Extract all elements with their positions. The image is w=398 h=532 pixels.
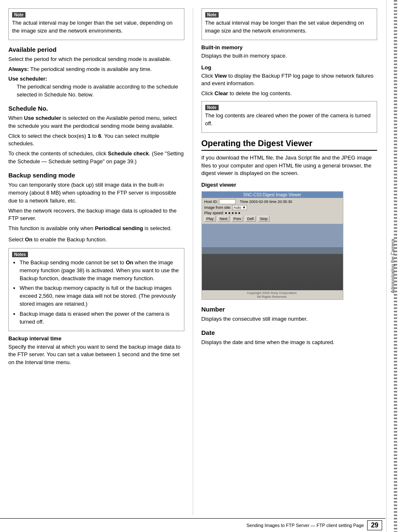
notes-label: Notes xyxy=(12,252,28,257)
note-box-right-1: Note The actual interval may be longer t… xyxy=(202,8,378,40)
operating-digest-heading: Operating the Digest Viewer xyxy=(202,139,378,151)
backup-sending-heading: Backup sending mode xyxy=(8,172,184,179)
schedule-para2: Click to select the check box(es) 1 to 6… xyxy=(8,132,184,148)
number-text: Displays the consecutive still image num… xyxy=(202,315,378,323)
note-text-1: The actual interval may be longer than t… xyxy=(12,19,181,35)
notes-list: The Backup sending mode cannot be set to… xyxy=(12,259,181,326)
schedule-para3: To check the contents of schedules, clic… xyxy=(8,150,184,166)
sidebar-tab: Administrating the Camera xyxy=(386,0,398,532)
note-item-3: Backup image data is erased when the pow… xyxy=(20,310,181,326)
operating-digest-intro: If you download the HTML file, the Java … xyxy=(202,154,378,178)
dv-time-label: Time 2003-02-05 time 20:35:30 xyxy=(240,200,292,204)
digest-viewer-heading: Digest viewer xyxy=(202,182,378,188)
note-label-1: Note xyxy=(12,12,25,18)
footer-bar: Sending Images to FTP Server — FTP clien… xyxy=(0,518,385,532)
schedule-bold: Use scheduler xyxy=(24,115,61,121)
date-heading: Date xyxy=(202,329,378,336)
street-scene xyxy=(202,224,343,290)
footer-page-num: 29 xyxy=(367,520,382,530)
dv-image-label: Image from site: xyxy=(204,205,232,210)
always-label: Always: xyxy=(8,66,29,72)
note-label-right-2: Note xyxy=(205,105,219,110)
log-para1: Click View to display the Backup FTP log… xyxy=(202,72,378,88)
scheduler-para: Use scheduler: The periodical sending mo… xyxy=(8,75,184,99)
log-para2: Click Clear to delete the log contents. xyxy=(202,90,378,98)
number-heading: Number xyxy=(202,306,378,313)
dv-speed-label: Play speed: xyxy=(204,211,224,215)
backup-para1: You can temporarily store (back up) stil… xyxy=(8,181,184,205)
always-para: Always: The periodical sending mode is a… xyxy=(8,66,184,73)
dv-controls: Host ID: Time 2003-02-05 time 20:35:30 I… xyxy=(202,198,343,224)
backup-para4: Select On to enable the Backup function. xyxy=(8,236,184,244)
digest-viewer-image-box: SNC-CS3 Digest Image Viewer Host ID: Tim… xyxy=(202,191,343,300)
dv-footer: Copyright 2003 Sony Corporation.All Righ… xyxy=(202,290,343,299)
scheduler-label: Use scheduler: xyxy=(8,76,47,82)
dv-stop-btn[interactable]: Stop xyxy=(258,216,270,222)
sidebar-tab-text: Administrating the Camera xyxy=(390,239,395,293)
note-item-1: The Backup sending mode cannot be set to… xyxy=(20,259,181,283)
dv-play-btn[interactable]: Play xyxy=(204,216,216,222)
dv-speed-row: Play speed: ● ● ● ● ● xyxy=(204,211,340,215)
dv-next-btn[interactable]: Next xyxy=(218,216,230,222)
builtin-memory-text: Displays the built-in memory space. xyxy=(202,52,378,60)
schedule-para1: When Use scheduler is selected on the Av… xyxy=(8,114,184,130)
scheduler-text: The periodical sending mode is available… xyxy=(8,83,184,99)
note-label-right-1: Note xyxy=(205,12,219,18)
note-box-right-2: Note The log contents are cleared when t… xyxy=(202,101,378,133)
dv-image-row: Image from site: Auto ▼ xyxy=(204,205,340,210)
backup-para3: This function is available only when Per… xyxy=(8,225,184,233)
dv-header: SNC-CS3 Digest Image Viewer xyxy=(202,192,343,198)
date-text: Displays the date and time when the imag… xyxy=(202,339,378,347)
note-text-right-2: The log contents are cleared when the po… xyxy=(205,112,374,128)
backup-interval-text: Specify the interval at which you want t… xyxy=(8,343,184,367)
notes-box: Notes The Backup sending mode cannot be … xyxy=(8,248,184,331)
note-item-2: When the backup memory capacity is full … xyxy=(20,284,181,308)
dv-host-row: Host ID: Time 2003-02-05 time 20:35:30 xyxy=(204,199,340,204)
log-heading: Log xyxy=(202,64,378,71)
backup-para2: When the network recovers, the backup im… xyxy=(8,207,184,223)
footer-text: Sending Images to FTP Server — FTP clien… xyxy=(247,523,364,528)
dv-host-label: Host ID: xyxy=(204,200,218,204)
dv-prev-btn[interactable]: Prev xyxy=(232,216,244,222)
dv-dot1: ● ● ● ● ● xyxy=(225,211,240,215)
available-period-intro: Select the period for which the periodic… xyxy=(8,56,184,63)
schedule-no-heading: Schedule No. xyxy=(8,105,184,112)
available-period-heading: Available period xyxy=(8,46,184,53)
left-column: Note The actual interval may be longer t… xyxy=(8,8,193,515)
note-text-right-1: The actual interval may be longer than t… xyxy=(205,19,374,35)
always-text: The periodical sending mode is available… xyxy=(30,66,152,72)
dv-host-input xyxy=(219,199,236,204)
dv-image-area xyxy=(202,224,343,290)
right-column: Note The actual interval may be longer t… xyxy=(193,8,378,515)
dv-image-select: Auto ▼ xyxy=(232,205,247,210)
dv-buttons-row: Play Next Prev Dell Stop xyxy=(204,216,340,222)
builtin-memory-heading: Built-in memory xyxy=(202,44,378,51)
dv-dell-btn[interactable]: Dell xyxy=(245,216,256,222)
backup-interval-heading: Backup interval time xyxy=(8,335,184,342)
note-box-left-1: Note The actual interval may be longer t… xyxy=(8,8,184,40)
